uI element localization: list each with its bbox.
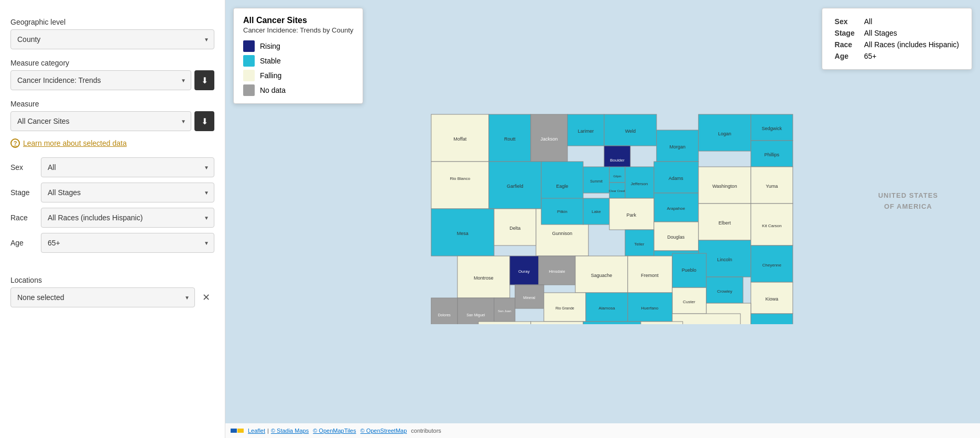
svg-text:Cheyenne: Cheyenne <box>763 263 782 268</box>
svg-text:San Juan: San Juan <box>498 309 511 313</box>
filter-select-wrapper-race: All Races (includes Hispanic) <box>41 208 214 228</box>
info-row-age: Age65+ <box>832 50 962 62</box>
svg-text:Delta: Delta <box>509 226 520 231</box>
geographic-level-row: County <box>10 29 214 49</box>
measure-row: All Cancer Sites ⬇ <box>10 111 214 131</box>
learn-more-link[interactable]: ? Learn more about selected data <box>10 138 214 148</box>
svg-text:Phillips: Phillips <box>765 152 780 157</box>
sidebar: Geographic level County Measure category… <box>0 0 225 438</box>
openmaptiles-link[interactable]: © OpenMapTiles <box>313 428 356 434</box>
legend-subtitle: Cancer Incidence: Trends by County <box>243 26 353 34</box>
svg-text:Custer: Custer <box>683 300 695 304</box>
svg-text:Huerfano: Huerfano <box>641 306 658 311</box>
svg-text:Lake: Lake <box>592 209 601 214</box>
locations-select[interactable]: None selected <box>10 287 195 307</box>
locations-clear-button[interactable]: ✕ <box>198 291 214 304</box>
download-icon-2: ⬇ <box>201 116 208 126</box>
svg-text:Sedgwick: Sedgwick <box>762 126 782 131</box>
legend-swatch-falling <box>243 70 255 81</box>
locations-row: None selected ✕ <box>10 287 214 307</box>
svg-text:Jefferson: Jefferson <box>630 181 648 186</box>
leaflet-link[interactable]: Leaflet <box>248 428 265 434</box>
svg-text:Elbert: Elbert <box>718 220 731 226</box>
svg-text:Weld: Weld <box>625 129 636 134</box>
svg-text:Routt: Routt <box>504 136 516 142</box>
svg-text:Kiowa: Kiowa <box>766 296 779 302</box>
legend-label-rising: Rising <box>260 42 280 50</box>
costilla-county <box>641 322 683 324</box>
measure-select-wrapper: All Cancer Sites <box>10 111 191 131</box>
info-key-age: Age <box>832 50 861 62</box>
svg-text:Gilpin: Gilpin <box>613 175 621 178</box>
info-key-stage: Stage <box>832 27 861 39</box>
info-value-race: All Races (includes Hispanic) <box>861 39 962 50</box>
legend-label-falling: Falling <box>260 71 281 80</box>
info-key-sex: Sex <box>832 16 861 27</box>
geographic-level-select[interactable]: County <box>10 29 214 49</box>
filter-select-stage[interactable]: All Stages <box>41 183 214 202</box>
attribution-separator: | <box>267 428 269 434</box>
locations-label: Locations <box>10 276 214 284</box>
legend-label-stable: Stable <box>260 57 281 65</box>
svg-text:Teller: Teller <box>634 242 644 247</box>
svg-text:Morgan: Morgan <box>670 144 686 149</box>
contributors-label: contributors <box>411 428 441 434</box>
geographic-level-select-wrapper: County <box>10 29 214 49</box>
legend-item-no data: No data <box>243 84 353 96</box>
colorado-counties-map[interactable]: Moffat Routt Jackson Larimer Weld Boulde… <box>416 99 814 324</box>
stadia-link[interactable]: © Stadia Maps <box>271 428 309 434</box>
svg-text:Gunnison: Gunnison <box>552 231 573 236</box>
flag-yellow <box>237 429 244 433</box>
svg-text:Pueblo: Pueblo <box>682 268 696 273</box>
svg-text:Montrose: Montrose <box>474 275 494 281</box>
svg-text:Alamosa: Alamosa <box>598 306 615 311</box>
legend-label-no data: No data <box>260 86 286 94</box>
legend-item-rising: Rising <box>243 40 353 52</box>
measure-download-button[interactable]: ⬇ <box>194 111 214 131</box>
svg-text:Ouray: Ouray <box>518 269 530 274</box>
filter-label-race: Race <box>10 213 36 222</box>
measure-category-download-button[interactable]: ⬇ <box>194 70 214 90</box>
info-row-sex: SexAll <box>832 16 962 27</box>
legend-item-stable: Stable <box>243 55 353 67</box>
measure-label: Measure <box>10 100 214 108</box>
filter-select-age[interactable]: 65+ <box>41 233 214 253</box>
svg-text:Moffat: Moffat <box>453 136 466 142</box>
svg-text:Yuma: Yuma <box>766 184 778 189</box>
svg-text:Garfield: Garfield <box>507 184 524 189</box>
filter-select-sex[interactable]: All <box>41 157 214 177</box>
svg-text:Fremont: Fremont <box>641 273 659 278</box>
filter-select-race[interactable]: All Races (includes Hispanic) <box>41 208 214 228</box>
svg-text:Douglas: Douglas <box>667 234 685 240</box>
svg-text:Adams: Adams <box>669 176 684 181</box>
svg-text:Park: Park <box>627 212 637 218</box>
svg-text:San Miguel: San Miguel <box>466 313 485 317</box>
legend-items: RisingStableFallingNo data <box>243 40 353 96</box>
info-row-stage: StageAll Stages <box>832 27 962 39</box>
prowers-county <box>751 314 793 324</box>
svg-text:Mesa: Mesa <box>457 231 469 236</box>
sanmiguel-county <box>458 298 494 324</box>
legend-item-falling: Falling <box>243 70 353 81</box>
info-key-race: Race <box>832 39 861 50</box>
svg-text:Kit Carson: Kit Carson <box>762 223 781 228</box>
svg-text:Mineral: Mineral <box>523 296 535 300</box>
openstreetmap-link[interactable]: © OpenStreetMap <box>361 428 407 434</box>
locations-select-wrapper: None selected <box>10 287 195 307</box>
svg-text:Arapahoe: Arapahoe <box>667 206 685 211</box>
svg-text:Saguache: Saguache <box>591 273 613 278</box>
measure-category-select[interactable]: Cancer Incidence: Trends <box>10 70 191 90</box>
legend-popup: All Cancer Sites Cancer Incidence: Trend… <box>233 8 363 104</box>
filter-grid: SexAllStageAll StagesRaceAll Races (incl… <box>10 157 214 253</box>
learn-more-text: Learn more about selected data <box>23 139 127 147</box>
svg-text:Dolores: Dolores <box>438 313 451 317</box>
info-table: SexAllStageAll StagesRaceAll Races (incl… <box>832 16 962 62</box>
svg-text:Jackson: Jackson <box>540 136 558 142</box>
map-attribution: Leaflet | © Stadia Maps © OpenMapTiles ©… <box>225 423 980 438</box>
measure-category-label: Measure category <box>10 59 214 67</box>
info-box: SexAllStageAll StagesRaceAll Races (incl… <box>822 8 972 70</box>
measure-category-select-wrapper: Cancer Incidence: Trends <box>10 70 191 90</box>
measure-select[interactable]: All Cancer Sites <box>10 111 191 131</box>
svg-text:Crowley: Crowley <box>717 289 732 294</box>
flag-blue <box>231 429 237 433</box>
